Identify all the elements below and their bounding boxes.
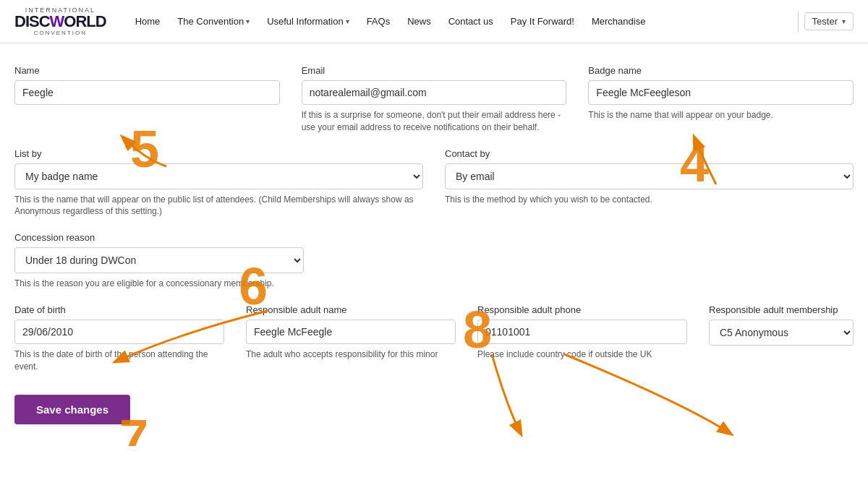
resp-adult-name-input[interactable]	[246, 320, 456, 344]
user-menu[interactable]: Tester ▾	[804, 12, 854, 30]
email-group: Email If this is a surprise for someone,…	[302, 65, 567, 134]
nav-merchandise[interactable]: Merchandise	[584, 12, 652, 31]
nav-news[interactable]: News	[400, 12, 438, 31]
resp-adult-phone-input[interactable]	[477, 320, 687, 344]
list-by-select[interactable]: My badge name My real name Anonymous	[14, 163, 423, 189]
annotation-6: 6	[239, 260, 268, 312]
resp-adult-name-hint: The adult who accepts responsibility for…	[246, 348, 456, 361]
concession-label: Concession reason	[14, 232, 304, 243]
chevron-down-icon: ▾	[346, 17, 349, 25]
nav-useful-info[interactable]: Useful Information ▾	[260, 12, 357, 31]
nav-home[interactable]: Home	[128, 12, 168, 31]
dob-group: Date of birth This is the date of birth …	[14, 304, 224, 373]
nav-pay-forward[interactable]: Pay It Forward!	[503, 12, 582, 31]
annotation-8: 8	[463, 304, 492, 356]
dob-label: Date of birth	[14, 304, 224, 315]
nav-faqs[interactable]: FAQs	[359, 12, 398, 31]
navigation: INTERNATIONAL DISCWORLD CONVENTION Home …	[0, 0, 868, 43]
resp-adult-membership-select[interactable]: C5 Anonymous C5 Member 1 C5 Member 2	[709, 320, 854, 346]
badge-label: Badge name	[588, 65, 854, 76]
resp-adult-name-label: Responsible adult name	[246, 304, 456, 315]
list-by-group: List by My badge name My real name Anony…	[14, 148, 423, 218]
resp-adult-phone-group: Responsible adult phone Please include c…	[477, 304, 687, 373]
badge-hint: This is the name that will appear on you…	[588, 109, 854, 121]
resp-adult-phone-hint: Please include country code if outside t…	[477, 348, 687, 361]
resp-adult-membership-label: Responsible adult membership	[709, 304, 854, 315]
nav-useful-info-label: Useful Information	[267, 16, 344, 27]
logo-bottom: CONVENTION	[34, 30, 87, 36]
badge-input[interactable]	[588, 80, 854, 105]
resp-adult-name-group: Responsible adult name The adult who acc…	[246, 304, 456, 373]
nav-convention-label: The Convention	[177, 16, 244, 27]
logo[interactable]: INTERNATIONAL DISCWORLD CONVENTION	[14, 7, 106, 36]
nav-contact[interactable]: Contact us	[441, 12, 501, 31]
logo-main: DISCWORLD	[14, 14, 106, 30]
name-input[interactable]	[14, 80, 280, 105]
list-by-label: List by	[14, 148, 423, 159]
annotation-4: 4	[680, 137, 709, 189]
contact-by-select[interactable]: By email By phone By post	[445, 163, 854, 189]
contact-by-label: Contact by	[445, 148, 854, 159]
annotation-5: 5	[130, 123, 159, 175]
contact-by-group: Contact by By email By phone By post Thi…	[445, 148, 854, 218]
save-button[interactable]: Save changes	[14, 395, 130, 424]
email-hint: If this is a surprise for someone, don't…	[302, 109, 567, 134]
chevron-down-icon: ▾	[842, 17, 846, 25]
resp-adult-phone-label: Responsible adult phone	[477, 304, 687, 315]
dob-input[interactable]	[14, 320, 224, 344]
badge-group: Badge name This is the name that will ap…	[588, 65, 854, 134]
name-label: Name	[14, 65, 280, 76]
resp-adult-membership-group: Responsible adult membership C5 Anonymou…	[709, 304, 854, 373]
nav-links: Home The Convention ▾ Useful Information…	[128, 12, 792, 31]
list-by-hint: This is the name that will appear on the…	[14, 194, 423, 218]
contact-by-hint: This is the method by which you wish to …	[445, 194, 854, 206]
main-content: 5 4 6 7 8 Name Email If this is a surpri…	[0, 43, 868, 446]
email-label: Email	[302, 65, 567, 76]
nav-convention[interactable]: The Convention ▾	[170, 12, 257, 31]
user-label: Tester	[812, 16, 838, 27]
chevron-down-icon: ▾	[246, 17, 250, 25]
email-input[interactable]	[302, 80, 567, 105]
nav-divider	[798, 11, 799, 33]
annotation-7: 7	[119, 412, 148, 446]
form-row-bottom: Date of birth This is the date of birth …	[14, 304, 854, 373]
dob-hint: This is the date of birth of the person …	[14, 348, 224, 373]
